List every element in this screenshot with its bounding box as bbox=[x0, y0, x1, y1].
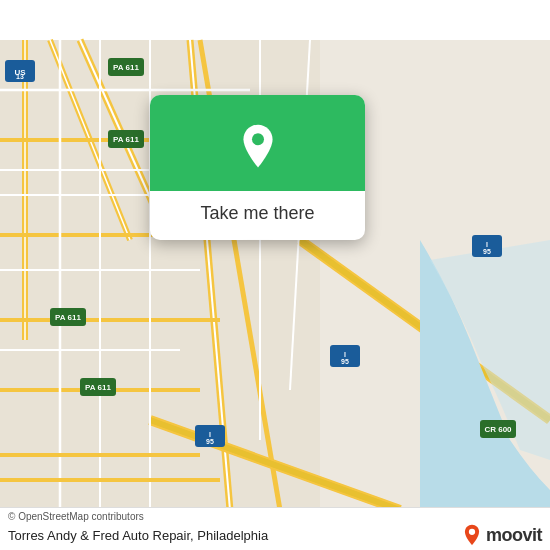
svg-text:I: I bbox=[486, 241, 488, 248]
svg-text:I: I bbox=[344, 351, 346, 358]
svg-text:PA 611: PA 611 bbox=[113, 135, 139, 144]
popup-card: Take me there bbox=[150, 95, 365, 240]
svg-point-56 bbox=[252, 133, 264, 145]
svg-text:CR 600: CR 600 bbox=[484, 425, 512, 434]
svg-text:95: 95 bbox=[483, 248, 491, 255]
svg-text:PA 611: PA 611 bbox=[113, 63, 139, 72]
svg-text:95: 95 bbox=[206, 438, 214, 445]
svg-text:PA 611: PA 611 bbox=[55, 313, 81, 322]
place-name: Torres Andy & Fred Auto Repair, Philadel… bbox=[8, 528, 268, 543]
svg-text:I: I bbox=[209, 431, 211, 438]
moovit-pin-icon bbox=[461, 524, 483, 546]
svg-text:95: 95 bbox=[341, 358, 349, 365]
moovit-logo: moovit bbox=[461, 524, 542, 546]
osm-attribution: © OpenStreetMap contributors bbox=[8, 511, 542, 522]
moovit-brand-text: moovit bbox=[486, 525, 542, 546]
svg-text:13: 13 bbox=[16, 73, 24, 80]
popup-text-area[interactable]: Take me there bbox=[150, 191, 365, 240]
map-container: US 13 PA 611 PA 611 PA 611 PA 611 PA 611… bbox=[0, 0, 550, 550]
popup-green-area bbox=[150, 95, 365, 191]
svg-text:PA 611: PA 611 bbox=[85, 383, 111, 392]
take-me-there-button[interactable]: Take me there bbox=[192, 201, 322, 226]
bottom-info-row: Torres Andy & Fred Auto Repair, Philadel… bbox=[8, 524, 542, 546]
location-pin-icon bbox=[234, 123, 282, 171]
bottom-bar: © OpenStreetMap contributors Torres Andy… bbox=[0, 507, 550, 550]
map-background: US 13 PA 611 PA 611 PA 611 PA 611 PA 611… bbox=[0, 0, 550, 550]
svg-point-57 bbox=[469, 529, 475, 535]
